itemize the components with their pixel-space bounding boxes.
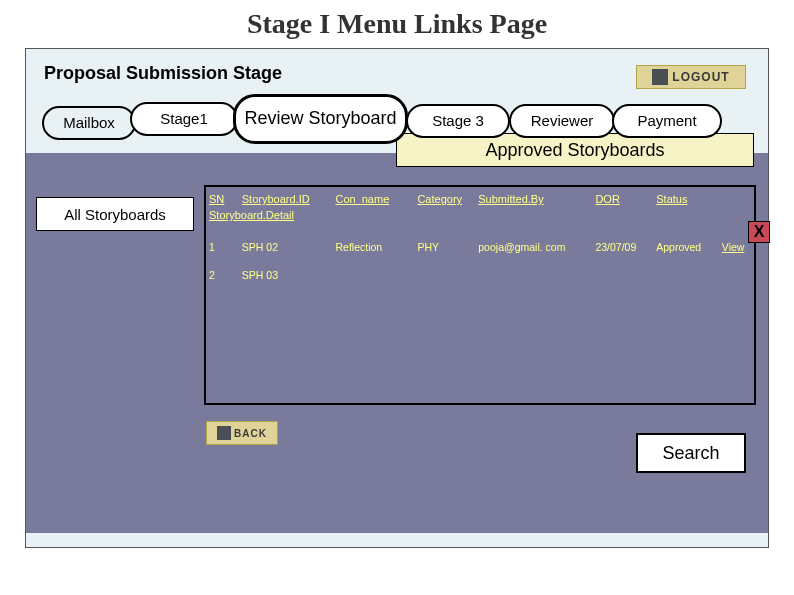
cell-subby: pooja@gmail. com xyxy=(475,225,592,257)
storyboard-table: SN Storyboard.ID Con_name Category Submi… xyxy=(204,185,756,405)
back-arrow-icon xyxy=(217,426,231,440)
nav-reviewer[interactable]: Reviewer xyxy=(509,104,615,138)
col-sbid: Storyboard.ID xyxy=(239,187,333,209)
approved-banner: Approved Storyboards xyxy=(396,133,754,167)
nav-stage3[interactable]: Stage 3 xyxy=(406,104,510,138)
col-cat: Category xyxy=(414,187,475,209)
nav-mailbox[interactable]: Mailbox xyxy=(42,106,136,140)
logout-icon xyxy=(652,69,668,85)
col-sbdetail: Storyboard.Detail xyxy=(206,209,754,225)
cell-sbid: SPH 02 xyxy=(239,225,333,257)
cell-dor xyxy=(592,257,653,285)
cell-status: Approved xyxy=(653,225,719,257)
all-storyboards-button[interactable]: All Storyboards xyxy=(36,197,194,231)
cell-con: Reflection xyxy=(332,225,414,257)
cell-con xyxy=(332,257,414,285)
outer-frame: Proposal Submission Stage LOGOUT Mailbox… xyxy=(25,48,769,548)
nav-payment[interactable]: Payment xyxy=(612,104,722,138)
col-sn: SN xyxy=(206,187,239,209)
logout-button[interactable]: LOGOUT xyxy=(636,65,746,89)
cell-cat: PHY xyxy=(414,225,475,257)
col-view xyxy=(719,187,754,209)
table-row[interactable]: 1 SPH 02 Reflection PHY pooja@gmail. com… xyxy=(206,225,754,257)
cell-dor: 23/07/09 xyxy=(592,225,653,257)
col-dor: DOR xyxy=(592,187,653,209)
work-area: Approved Storyboards All Storyboards SN … xyxy=(26,153,768,533)
view-link[interactable]: View xyxy=(722,241,745,253)
col-con: Con_name xyxy=(332,187,414,209)
col-subby: Submitted.By xyxy=(475,187,592,209)
nav-stage1[interactable]: Stage1 xyxy=(130,102,238,136)
table-header-row: SN Storyboard.ID Con_name Category Submi… xyxy=(206,187,754,209)
table-header-row2: Storyboard.Detail xyxy=(206,209,754,225)
cell-status xyxy=(653,257,719,285)
logout-label: LOGOUT xyxy=(672,70,729,84)
cell-sn: 2 xyxy=(206,257,239,285)
close-button[interactable]: X xyxy=(748,221,770,243)
cell-cat xyxy=(414,257,475,285)
back-label: BACK xyxy=(234,428,267,439)
cell-sbid: SPH 03 xyxy=(239,257,333,285)
cell-sn: 1 xyxy=(206,225,239,257)
back-button[interactable]: BACK xyxy=(206,421,278,445)
col-status: Status xyxy=(653,187,719,209)
cell-subby xyxy=(475,257,592,285)
page-title: Stage I Menu Links Page xyxy=(0,8,794,40)
nav-review-storyboard[interactable]: Review Storyboard xyxy=(233,94,408,144)
table-row[interactable]: 2 SPH 03 xyxy=(206,257,754,285)
search-button[interactable]: Search xyxy=(636,433,746,473)
